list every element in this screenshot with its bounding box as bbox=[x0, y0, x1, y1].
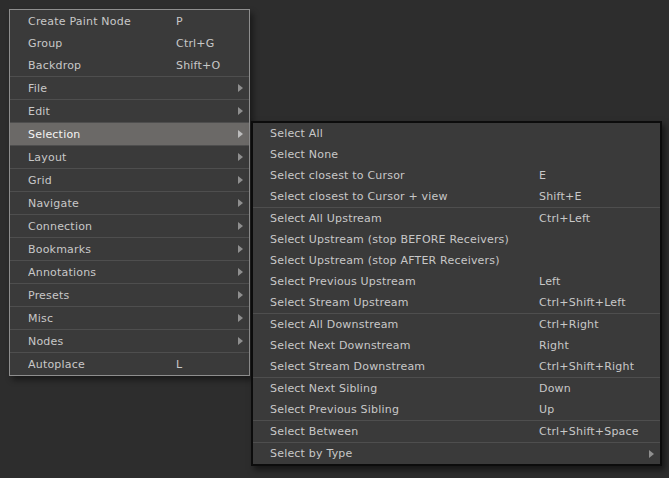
menu-item-select-all-downstream[interactable]: Select All DownstreamCtrl+Right bbox=[253, 314, 660, 335]
menu-item-select-previous-sibling[interactable]: Select Previous SiblingUp bbox=[253, 399, 660, 420]
menu-item-shortcut: Down bbox=[539, 382, 654, 395]
submenu-arrow-icon bbox=[238, 84, 243, 92]
menu-item-select-none[interactable]: Select None bbox=[253, 144, 660, 165]
menu-item-label: Select All bbox=[270, 127, 539, 140]
submenu-arrow-icon bbox=[238, 130, 243, 138]
menu-item-select-stream-upstream[interactable]: Select Stream UpstreamCtrl+Shift+Left bbox=[253, 292, 660, 313]
submenu-arrow-icon bbox=[238, 222, 243, 230]
menu-item-shortcut: E bbox=[539, 169, 654, 182]
menu-item-label: Select closest to Cursor + view bbox=[270, 190, 539, 203]
context-menu: Create Paint NodePGroupCtrl+GBackdropShi… bbox=[9, 9, 250, 376]
menu-item-connection[interactable]: Connection bbox=[10, 215, 249, 237]
menu-item-select-closest-to-cursor[interactable]: Select closest to CursorE bbox=[253, 165, 660, 186]
menu-item-shortcut: Ctrl+Left bbox=[539, 212, 654, 225]
menu-item-shortcut: Shift+O bbox=[176, 59, 243, 72]
menu-item-select-all-upstream[interactable]: Select All UpstreamCtrl+Left bbox=[253, 208, 660, 229]
menu-item-label: Layout bbox=[28, 151, 176, 164]
menu-item-misc[interactable]: Misc bbox=[10, 307, 249, 329]
menu-item-select-stream-downstream[interactable]: Select Stream DownstreamCtrl+Shift+Right bbox=[253, 356, 660, 377]
submenu-arrow-icon bbox=[238, 107, 243, 115]
submenu-arrow-icon bbox=[238, 199, 243, 207]
submenu-arrow-icon bbox=[238, 268, 243, 276]
menu-item-shortcut: Ctrl+Shift+Right bbox=[539, 360, 654, 373]
menu-item-label: Selection bbox=[28, 128, 176, 141]
menu-item-label: Select Previous Upstream bbox=[270, 275, 539, 288]
menu-item-select-upstream-stop-after-receivers[interactable]: Select Upstream (stop AFTER Receivers) bbox=[253, 250, 660, 271]
menu-item-label: Bookmarks bbox=[28, 243, 176, 256]
menu-item-label: Grid bbox=[28, 174, 176, 187]
menu-item-label: Select Stream Upstream bbox=[270, 296, 539, 309]
submenu-arrow-icon bbox=[649, 450, 654, 458]
submenu-arrow-icon bbox=[238, 245, 243, 253]
menu-item-selection[interactable]: Selection bbox=[10, 123, 249, 145]
menu-item-label: Nodes bbox=[28, 335, 176, 348]
menu-item-label: Group bbox=[28, 37, 176, 50]
menu-item-layout[interactable]: Layout bbox=[10, 146, 249, 168]
menu-item-label: Navigate bbox=[28, 197, 176, 210]
menu-item-shortcut: Right bbox=[539, 339, 654, 352]
menu-item-presets[interactable]: Presets bbox=[10, 284, 249, 306]
menu-item-grid[interactable]: Grid bbox=[10, 169, 249, 191]
menu-item-shortcut: Ctrl+Shift+Space bbox=[539, 425, 654, 438]
menu-item-shortcut: Left bbox=[539, 275, 654, 288]
menu-item-label: Create Paint Node bbox=[28, 15, 176, 28]
menu-item-select-closest-to-cursor-view[interactable]: Select closest to Cursor + viewShift+E bbox=[253, 186, 660, 207]
menu-item-group[interactable]: GroupCtrl+G bbox=[10, 32, 249, 54]
menu-item-label: Annotations bbox=[28, 266, 176, 279]
menu-item-select-next-downstream[interactable]: Select Next DownstreamRight bbox=[253, 335, 660, 356]
menu-item-label: Select Between bbox=[270, 425, 539, 438]
submenu-arrow-icon bbox=[238, 337, 243, 345]
menu-item-label: Select Upstream (stop AFTER Receivers) bbox=[270, 254, 539, 267]
menu-item-shortcut: Ctrl+G bbox=[176, 37, 243, 50]
menu-item-select-next-sibling[interactable]: Select Next SiblingDown bbox=[253, 378, 660, 399]
menu-item-shortcut: L bbox=[176, 358, 243, 371]
menu-item-label: Edit bbox=[28, 105, 176, 118]
menu-item-edit[interactable]: Edit bbox=[10, 100, 249, 122]
menu-item-label: Select Next Downstream bbox=[270, 339, 539, 352]
menu-item-select-upstream-stop-before-receivers[interactable]: Select Upstream (stop BEFORE Receivers) bbox=[253, 229, 660, 250]
menu-item-select-between[interactable]: Select BetweenCtrl+Shift+Space bbox=[253, 421, 660, 442]
menu-item-nodes[interactable]: Nodes bbox=[10, 330, 249, 352]
menu-item-create-paint-node[interactable]: Create Paint NodeP bbox=[10, 10, 249, 32]
menu-item-select-by-type[interactable]: Select by Type bbox=[253, 443, 660, 464]
menu-item-navigate[interactable]: Navigate bbox=[10, 192, 249, 214]
menu-item-shortcut: P bbox=[176, 15, 243, 28]
menu-item-label: File bbox=[28, 82, 176, 95]
menu-item-label: Select All Upstream bbox=[270, 212, 539, 225]
menu-item-label: Select All Downstream bbox=[270, 318, 539, 331]
menu-item-shortcut: Shift+E bbox=[539, 190, 654, 203]
menu-item-label: Select by Type bbox=[270, 447, 539, 460]
menu-item-label: Backdrop bbox=[28, 59, 176, 72]
menu-item-select-all[interactable]: Select All bbox=[253, 123, 660, 144]
menu-item-label: Misc bbox=[28, 312, 176, 325]
submenu-arrow-icon bbox=[238, 291, 243, 299]
menu-item-label: Select None bbox=[270, 148, 539, 161]
menu-item-shortcut: Ctrl+Right bbox=[539, 318, 654, 331]
menu-item-label: Select closest to Cursor bbox=[270, 169, 539, 182]
menu-item-label: Connection bbox=[28, 220, 176, 233]
menu-item-select-previous-upstream[interactable]: Select Previous UpstreamLeft bbox=[253, 271, 660, 292]
menu-item-annotations[interactable]: Annotations bbox=[10, 261, 249, 283]
menu-item-shortcut: Up bbox=[539, 403, 654, 416]
selection-submenu: Select AllSelect NoneSelect closest to C… bbox=[251, 121, 662, 466]
menu-item-label: Autoplace bbox=[28, 358, 176, 371]
submenu-arrow-icon bbox=[238, 314, 243, 322]
menu-item-bookmarks[interactable]: Bookmarks bbox=[10, 238, 249, 260]
menu-item-file[interactable]: File bbox=[10, 77, 249, 99]
menu-item-backdrop[interactable]: BackdropShift+O bbox=[10, 54, 249, 76]
menu-item-label: Select Upstream (stop BEFORE Receivers) bbox=[270, 233, 539, 246]
menu-item-label: Select Stream Downstream bbox=[270, 360, 539, 373]
menu-item-autoplace[interactable]: AutoplaceL bbox=[10, 353, 249, 375]
menu-item-label: Select Previous Sibling bbox=[270, 403, 539, 416]
submenu-arrow-icon bbox=[238, 176, 243, 184]
submenu-arrow-icon bbox=[238, 153, 243, 161]
menu-item-label: Select Next Sibling bbox=[270, 382, 539, 395]
menu-item-label: Presets bbox=[28, 289, 176, 302]
menu-item-shortcut: Ctrl+Shift+Left bbox=[539, 296, 654, 309]
